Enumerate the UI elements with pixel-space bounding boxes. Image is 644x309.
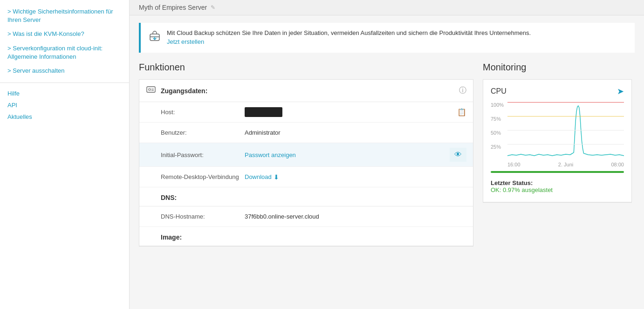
- sidebar-item-aktuelles[interactable]: Aktuelles: [0, 111, 129, 123]
- image-title: Image:: [161, 233, 466, 241]
- svg-rect-1: [147, 87, 155, 92]
- passwort-row: Initial-Passwort: Passwort anzeigen 👁: [139, 143, 473, 167]
- cpu-card: CPU ➤ 100% 75% 50% 25%: [483, 80, 631, 202]
- y-label-50: 50%: [491, 130, 507, 136]
- svg-rect-2: [149, 89, 151, 90]
- zugangsdaten-header: Zugangsdaten: ⓘ: [139, 80, 473, 102]
- download-label: Download: [245, 173, 272, 180]
- backup-banner-content: Mit Cloud Backup schützen Sie Ihre Daten…: [167, 29, 531, 45]
- download-icon: ⬇: [274, 173, 279, 181]
- y-label-100: 100%: [491, 102, 507, 108]
- cpu-detail-link[interactable]: ➤: [617, 86, 624, 96]
- status-label: Letzter Status:: [491, 179, 624, 186]
- host-masked: [245, 107, 282, 117]
- sidebar-item-api[interactable]: API: [0, 99, 129, 111]
- sidebar-item-serverkonfig[interactable]: Serverkonfiguration mit cloud-init: Allg…: [0, 41, 129, 64]
- sidebar-divider: [0, 82, 129, 83]
- grid-line-100: [507, 102, 624, 103]
- monitoring-title: Monitoring: [483, 62, 635, 73]
- sidebar-item-kvm-konsole[interactable]: Was ist die KVM-Konsole?: [0, 27, 129, 41]
- y-label-25: 25%: [491, 144, 507, 150]
- cpu-header: CPU ➤: [491, 86, 624, 96]
- content-area: Mit Cloud Backup schützen Sie Ihre Daten…: [130, 15, 644, 254]
- backup-banner: Mit Cloud Backup schützen Sie Ihre Daten…: [139, 23, 635, 53]
- grid-line-75: [507, 116, 624, 117]
- copy-icon[interactable]: 📋: [457, 108, 466, 117]
- funktionen-section: Funktionen Zugang: [139, 62, 473, 247]
- status-value: OK: 0.97% ausgelastet: [491, 186, 624, 193]
- sidebar-item-wichtige-sicherheit[interactable]: Wichtige Sicherheitsinformationen für Ih…: [0, 5, 129, 27]
- help-icon[interactable]: ⓘ: [459, 86, 466, 96]
- passwort-link[interactable]: Passwort anzeigen: [245, 151, 446, 158]
- benutzer-row: Benutzer: Administrator: [139, 123, 473, 143]
- sidebar-item-hilfe[interactable]: Hilfe: [0, 88, 129, 99]
- cpu-title: CPU: [491, 87, 507, 96]
- cpu-chart-container: 100% 75% 50% 25%: [491, 102, 624, 158]
- sidebar: Wichtige Sicherheitsinformationen für Ih…: [0, 0, 130, 309]
- x-label-0800: 08:00: [611, 162, 624, 167]
- x-label-juni: 2. Juni: [558, 162, 573, 167]
- remote-desktop-row: Remote-Desktop-Verbindung Download ⬇: [139, 167, 473, 187]
- top-bar: Myth of Empires Server ✎: [130, 0, 644, 15]
- zugangsdaten-icon: [146, 84, 156, 97]
- download-link[interactable]: Download ⬇: [245, 173, 279, 181]
- show-password-button[interactable]: 👁: [450, 148, 466, 162]
- image-header: Image:: [139, 229, 473, 246]
- dns-title: DNS:: [161, 194, 466, 201]
- host-value: [245, 109, 453, 116]
- cpu-status: Letzter Status: OK: 0.97% ausgelastet: [491, 176, 624, 195]
- benutzer-value: Administrator: [245, 129, 466, 136]
- benutzer-label: Benutzer:: [161, 129, 245, 136]
- dns-hostname-value: 37f6bb0.online-server.cloud: [245, 213, 466, 220]
- funktionen-title: Funktionen: [139, 62, 473, 73]
- cpu-chart-area: [507, 102, 624, 158]
- sidebar-item-server-ausschalten[interactable]: Server ausschalten: [0, 64, 129, 78]
- monitoring-panel: CPU ➤ 100% 75% 50% 25%: [483, 79, 632, 203]
- funktionen-panel: Zugangsdaten: ⓘ Host: 📋: [139, 79, 473, 247]
- cpu-chart-y-labels: 100% 75% 50% 25%: [491, 102, 507, 158]
- backup-icon: [148, 30, 161, 46]
- panels-wrapper: Funktionen Zugang: [139, 62, 635, 247]
- passwort-label: Initial-Passwort:: [161, 151, 245, 158]
- status-bar: [491, 171, 624, 173]
- main-content: Myth of Empires Server ✎ Mit Cloud Backu…: [130, 0, 644, 309]
- x-label-1600: 16:00: [507, 162, 521, 167]
- dns-hostname-label: DNS-Hostname:: [161, 213, 245, 220]
- remote-desktop-label: Remote-Desktop-Verbindung: [161, 173, 245, 180]
- grid-line-50: [507, 130, 624, 130]
- monitoring-section: Monitoring CPU ➤ 100% 75% 50%: [483, 62, 635, 247]
- server-name: Myth of Empires Server: [139, 4, 207, 11]
- dns-header: DNS:: [139, 189, 473, 206]
- cpu-chart-x-labels: 16:00 2. Juni 08:00: [507, 162, 624, 167]
- dns-hostname-row: DNS-Hostname: 37f6bb0.online-server.clou…: [139, 206, 473, 227]
- grid-line-25: [507, 144, 624, 144]
- host-label: Host:: [161, 109, 245, 116]
- edit-icon[interactable]: ✎: [211, 4, 215, 11]
- backup-text: Mit Cloud Backup schützen Sie Ihre Daten…: [167, 29, 531, 36]
- host-row: Host: 📋: [139, 102, 473, 123]
- y-label-75: 75%: [491, 116, 507, 122]
- backup-link[interactable]: Jetzt erstellen: [167, 38, 531, 45]
- zugangsdaten-title: Zugangsdaten:: [161, 87, 454, 95]
